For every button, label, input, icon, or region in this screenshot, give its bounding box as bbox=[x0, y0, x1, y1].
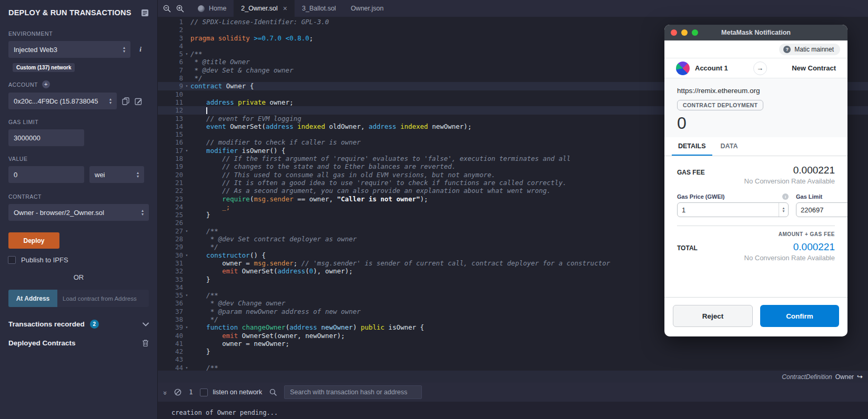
line-number: 23 bbox=[158, 195, 183, 203]
fold-spacer bbox=[183, 195, 190, 203]
listen-on-network-checkbox[interactable] bbox=[200, 389, 208, 396]
account-avatar bbox=[676, 62, 690, 75]
environment-select[interactable]: Injected Web3 ▴▾ bbox=[8, 41, 130, 58]
line-number: 37 bbox=[158, 308, 183, 315]
fold-arrow-icon[interactable]: ▾ bbox=[183, 323, 190, 331]
fold-spacer bbox=[183, 66, 190, 74]
code-line[interactable]: 44▾ /** bbox=[158, 364, 868, 371]
documentation-icon[interactable] bbox=[141, 9, 149, 17]
clear-console-icon[interactable] bbox=[174, 389, 181, 396]
line-number: 24 bbox=[158, 203, 183, 211]
tab-home[interactable]: Home bbox=[190, 0, 234, 17]
line-number: 38 bbox=[158, 315, 183, 323]
line-number: 33 bbox=[158, 275, 183, 283]
at-address-input[interactable] bbox=[57, 290, 149, 307]
line-number: 44 bbox=[158, 364, 183, 371]
select-arrows-icon: ▴▾ bbox=[137, 171, 139, 178]
metamask-titlebar[interactable]: MetaMask Notification bbox=[664, 25, 847, 40]
network-badge: Custom (137) network bbox=[13, 63, 75, 72]
tab-data[interactable]: DATA bbox=[714, 142, 744, 156]
fold-spacer bbox=[183, 74, 190, 82]
line-number: 20 bbox=[158, 171, 183, 179]
publish-to-ipfs-row[interactable]: Publish to IPFS bbox=[8, 256, 149, 264]
fold-spacer bbox=[183, 315, 190, 323]
fold-spacer bbox=[183, 18, 190, 26]
gas-limit-input[interactable] bbox=[796, 206, 847, 214]
code-line[interactable]: 43 bbox=[158, 355, 868, 363]
value-unit-select[interactable]: wei ▴▾ bbox=[89, 166, 144, 183]
select-arrows-icon: ▴▾ bbox=[109, 97, 112, 105]
fold-spacer bbox=[183, 235, 190, 243]
fold-arrow-icon[interactable]: ▾ bbox=[183, 147, 190, 155]
fold-spacer bbox=[183, 90, 190, 98]
line-number: 5 bbox=[158, 50, 183, 58]
line-number: 1 bbox=[158, 18, 183, 26]
gas-limit-input[interactable]: 3000000 bbox=[8, 129, 84, 146]
reject-button[interactable]: Reject bbox=[673, 305, 753, 327]
value-input[interactable]: 0 bbox=[8, 166, 84, 183]
fold-spacer bbox=[183, 259, 190, 267]
fold-arrow-icon[interactable]: ▾ bbox=[183, 227, 190, 235]
line-number: 16 bbox=[158, 138, 183, 146]
add-account-icon[interactable]: + bbox=[42, 80, 50, 88]
editor-statusbar: ContractDefinition Owner ↪ bbox=[158, 371, 868, 383]
publish-to-ipfs-checkbox[interactable] bbox=[8, 256, 16, 264]
transaction-type-badge: CONTRACT DEPLOYMENT bbox=[677, 100, 763, 110]
line-number: 40 bbox=[158, 332, 183, 340]
to-recipient: New Contract bbox=[792, 64, 836, 72]
total-label: TOTAL bbox=[677, 241, 698, 262]
chevron-down-icon[interactable] bbox=[143, 322, 149, 326]
fold-arrow-icon[interactable]: ▾ bbox=[183, 291, 190, 299]
deploy-button[interactable]: Deploy bbox=[8, 232, 59, 249]
goto-reference-icon[interactable]: ↪ bbox=[857, 373, 863, 381]
terminal-output[interactable]: creation of Owner pending... bbox=[158, 402, 868, 419]
tab-2-owner-sol[interactable]: 2_Owner.sol × bbox=[234, 0, 295, 17]
code-line[interactable]: 41 owner = newOwner; bbox=[158, 340, 868, 348]
transactions-recorded-section[interactable]: Transactions recorded 2 bbox=[8, 320, 149, 329]
gas-price-input[interactable] bbox=[678, 206, 779, 214]
close-tab-icon[interactable]: × bbox=[283, 4, 287, 13]
line-number: 32 bbox=[158, 267, 183, 275]
gas-price-stepper[interactable]: ▲▼ bbox=[779, 203, 788, 217]
zoom-out-icon[interactable] bbox=[163, 5, 171, 13]
fold-spacer bbox=[183, 243, 190, 251]
fold-spacer bbox=[183, 42, 190, 50]
listen-on-network-row[interactable]: listen on network bbox=[200, 389, 262, 396]
environment-label: ENVIRONMENT bbox=[8, 30, 149, 37]
fold-arrow-icon[interactable]: ▾ bbox=[183, 251, 190, 259]
line-number: 29 bbox=[158, 243, 183, 251]
fold-spacer bbox=[183, 299, 190, 307]
network-selector[interactable]: ? Matic mainnet bbox=[779, 44, 840, 55]
environment-info-icon[interactable]: i bbox=[136, 45, 145, 54]
terminal-search-input[interactable] bbox=[284, 385, 422, 399]
fold-arrow-icon[interactable]: ▾ bbox=[183, 364, 190, 371]
total-value: 0.000221 bbox=[744, 241, 835, 253]
line-number: 17 bbox=[158, 147, 183, 155]
line-number: 8 bbox=[158, 74, 183, 82]
line-number: 14 bbox=[158, 122, 183, 130]
expand-terminal-icon[interactable]: » bbox=[162, 391, 169, 393]
fold-arrow-icon[interactable]: ▾ bbox=[183, 50, 190, 58]
line-number: 43 bbox=[158, 355, 183, 363]
confirm-button[interactable]: Confirm bbox=[760, 305, 839, 327]
or-label: OR bbox=[0, 273, 157, 281]
account-select[interactable]: 0x20c...4F9Dc (15.8738045 ▴▾ bbox=[8, 93, 117, 109]
ast-node-name: Owner bbox=[835, 373, 854, 381]
contract-select[interactable]: Owner - browser/2_Owner.sol ▴▾ bbox=[8, 204, 149, 221]
text-cursor bbox=[206, 107, 207, 114]
fold-spacer bbox=[183, 26, 190, 34]
fold-spacer bbox=[183, 211, 190, 219]
tab-3-ballot-sol[interactable]: 3_Ballot.sol bbox=[295, 0, 344, 17]
trash-icon[interactable] bbox=[142, 339, 149, 347]
fold-spacer bbox=[183, 203, 190, 211]
code-line[interactable]: 42 } bbox=[158, 348, 868, 355]
tab-owner-json[interactable]: Owner.json bbox=[344, 0, 391, 17]
copy-address-icon[interactable] bbox=[122, 97, 129, 105]
sign-message-icon[interactable] bbox=[135, 97, 143, 105]
at-address-button[interactable]: At Address bbox=[8, 290, 57, 307]
tab-details[interactable]: DETAILS bbox=[672, 142, 712, 156]
fold-arrow-icon[interactable]: ▾ bbox=[183, 82, 190, 90]
from-account[interactable]: Account 1 bbox=[676, 62, 728, 75]
gas-price-info-icon[interactable]: i bbox=[782, 193, 789, 200]
zoom-in-icon[interactable] bbox=[176, 5, 184, 13]
